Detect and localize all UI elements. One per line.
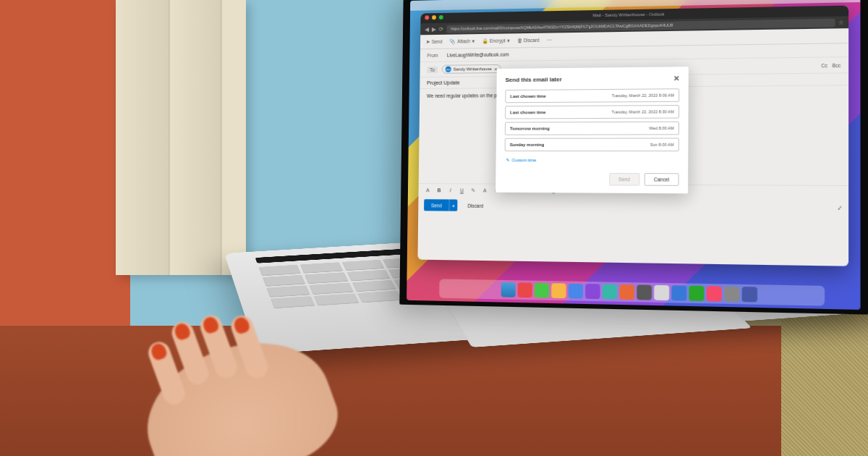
app-icon[interactable] [671, 285, 686, 300]
option-value: Tuesday, March 22, 2022 8:06 AM [612, 93, 674, 98]
time-option-0[interactable]: Last chosen time Tuesday, March 22, 2022… [505, 88, 679, 103]
file-binder [116, 0, 246, 275]
finder-icon[interactable] [501, 282, 515, 297]
app-icon[interactable] [585, 284, 600, 299]
app-icon[interactable] [568, 284, 583, 299]
app-icon[interactable] [602, 284, 617, 300]
app-icon[interactable] [551, 283, 566, 298]
option-label: Last chosen time [510, 110, 545, 114]
time-option-1[interactable]: Last chosen time Tuesday, March 22, 2022… [505, 105, 679, 119]
laptop-screen: Mail - Sandy Writtenhouse - Outlook ◀ ▶ … [399, 0, 868, 315]
desk-surface [0, 326, 868, 456]
app-icon[interactable] [689, 286, 704, 301]
schedule-send-modal: Send this email later ✕ Last chosen time… [495, 67, 689, 193]
option-label: Tomorrow morning [510, 126, 550, 130]
photo-scene: Mail - Sandy Writtenhouse - Outlook ◀ ▶ … [0, 0, 868, 456]
app-icon[interactable] [534, 283, 548, 298]
option-label: Sunday morning [510, 143, 545, 147]
option-label: Last chosen time [510, 94, 545, 98]
outlook-window: Mail - Sandy Writtenhouse - Outlook ◀ ▶ … [417, 6, 848, 266]
app-icon[interactable] [517, 282, 532, 297]
modal-send-button[interactable]: Send [609, 173, 640, 186]
app-icon[interactable] [706, 286, 721, 301]
close-icon[interactable]: ✕ [673, 75, 679, 83]
option-value: Sun 8:00 AM [650, 143, 674, 147]
app-icon[interactable] [637, 284, 652, 300]
custom-time-link[interactable]: ✎ Custom time [504, 154, 678, 166]
time-option-3[interactable]: Sunday morning Sun 8:00 AM [505, 138, 679, 151]
app-icon[interactable] [724, 287, 739, 302]
app-icon[interactable] [619, 284, 634, 300]
custom-time-label: Custom time [512, 158, 537, 162]
option-value: Wed 8:00 AM [649, 126, 673, 130]
app-icon[interactable] [654, 285, 669, 300]
modal-cancel-button[interactable]: Cancel [644, 173, 678, 186]
macos-dock[interactable] [439, 279, 825, 305]
pencil-icon: ✎ [506, 157, 510, 162]
modal-title: Send this email later [506, 76, 562, 83]
option-value: Tuesday, March 22, 2022 8:30 AM [611, 109, 673, 114]
time-option-2[interactable]: Tomorrow morning Wed 8:00 AM [505, 122, 679, 135]
trash-icon[interactable] [741, 287, 757, 303]
